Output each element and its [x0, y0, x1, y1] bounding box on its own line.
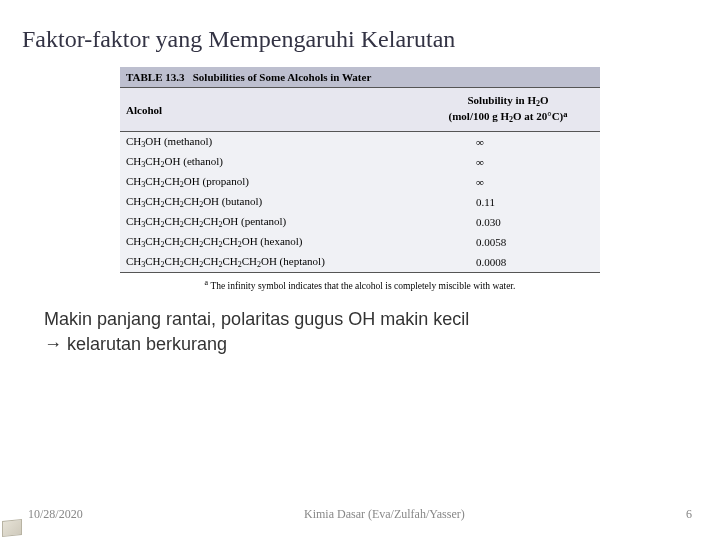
table-row: CH3CH2CH2CH2CH2OH (pentanol) 0.030 [120, 212, 600, 232]
table-footnote: a The infinity symbol indicates that the… [120, 273, 600, 293]
slide-title: Faktor-faktor yang Mempengaruhi Kelaruta… [22, 26, 698, 53]
table-row: CH3CH2CH2CH2CH2CH2CH2OH (heptanol) 0.000… [120, 252, 600, 273]
table-row: CH3CH2OH (ethanol) ∞ [120, 152, 600, 172]
col-header-solubility: Solubility in H2O (mol/100 g H2O at 20°C… [416, 88, 600, 132]
table-row: CH3OH (methanol) ∞ [120, 132, 600, 153]
conclusion-text: Makin panjang rantai, polaritas gugus OH… [44, 307, 676, 357]
page-curl-icon [0, 512, 40, 540]
footer-center: Kimia Dasar (Eva/Zulfah/Yasser) [83, 507, 686, 522]
table-caption: TABLE 13.3 Solubilities of Some Alcohols… [120, 67, 600, 88]
solubility-table: TABLE 13.3 Solubilities of Some Alcohols… [120, 67, 600, 293]
table-row: CH3CH2CH2OH (propanol) ∞ [120, 172, 600, 192]
col-header-alcohol: Alcohol [120, 88, 416, 132]
table-row: CH3CH2CH2CH2CH2CH2OH (hexanol) 0.0058 [120, 232, 600, 252]
slide-footer: 10/28/2020 Kimia Dasar (Eva/Zulfah/Yasse… [0, 507, 720, 522]
footer-page: 6 [686, 507, 692, 522]
table-row: CH3CH2CH2CH2OH (butanol) 0.11 [120, 192, 600, 212]
